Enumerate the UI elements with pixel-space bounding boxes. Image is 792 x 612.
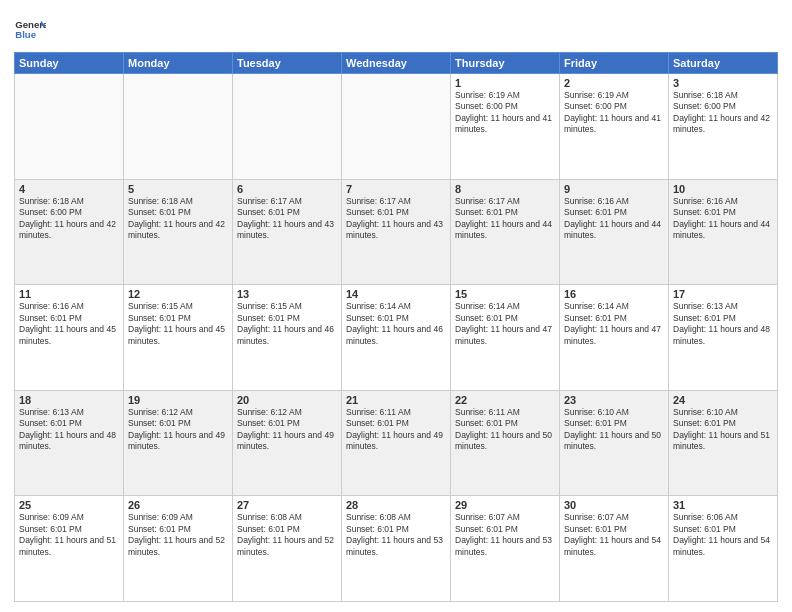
day-number: 17 [673,288,773,300]
day-number: 13 [237,288,337,300]
day-number: 21 [346,394,446,406]
day-info: Sunrise: 6:14 AMSunset: 6:01 PMDaylight:… [455,301,555,347]
day-info: Sunrise: 6:18 AMSunset: 6:00 PMDaylight:… [19,196,119,242]
calendar-cell: 4Sunrise: 6:18 AMSunset: 6:00 PMDaylight… [15,179,124,285]
day-info: Sunrise: 6:10 AMSunset: 6:01 PMDaylight:… [673,407,773,453]
calendar-cell: 18Sunrise: 6:13 AMSunset: 6:01 PMDayligh… [15,390,124,496]
day-number: 9 [564,183,664,195]
day-number: 28 [346,499,446,511]
day-info: Sunrise: 6:09 AMSunset: 6:01 PMDaylight:… [19,512,119,558]
calendar-cell: 21Sunrise: 6:11 AMSunset: 6:01 PMDayligh… [342,390,451,496]
calendar-row: 25Sunrise: 6:09 AMSunset: 6:01 PMDayligh… [15,496,778,602]
calendar-cell: 27Sunrise: 6:08 AMSunset: 6:01 PMDayligh… [233,496,342,602]
day-number: 26 [128,499,228,511]
calendar-cell: 22Sunrise: 6:11 AMSunset: 6:01 PMDayligh… [451,390,560,496]
calendar-cell: 5Sunrise: 6:18 AMSunset: 6:01 PMDaylight… [124,179,233,285]
calendar-header-row: SundayMondayTuesdayWednesdayThursdayFrid… [15,53,778,74]
logo-icon: General Blue [14,14,46,46]
day-info: Sunrise: 6:08 AMSunset: 6:01 PMDaylight:… [346,512,446,558]
day-number: 2 [564,77,664,89]
day-number: 15 [455,288,555,300]
day-number: 3 [673,77,773,89]
calendar-row: 18Sunrise: 6:13 AMSunset: 6:01 PMDayligh… [15,390,778,496]
calendar-cell: 26Sunrise: 6:09 AMSunset: 6:01 PMDayligh… [124,496,233,602]
calendar-cell: 14Sunrise: 6:14 AMSunset: 6:01 PMDayligh… [342,285,451,391]
calendar-cell: 29Sunrise: 6:07 AMSunset: 6:01 PMDayligh… [451,496,560,602]
calendar-cell: 2Sunrise: 6:19 AMSunset: 6:00 PMDaylight… [560,74,669,180]
calendar-cell: 30Sunrise: 6:07 AMSunset: 6:01 PMDayligh… [560,496,669,602]
day-info: Sunrise: 6:14 AMSunset: 6:01 PMDaylight:… [346,301,446,347]
weekday-header: Thursday [451,53,560,74]
day-number: 4 [19,183,119,195]
calendar-cell [15,74,124,180]
calendar-cell: 8Sunrise: 6:17 AMSunset: 6:01 PMDaylight… [451,179,560,285]
weekday-header: Sunday [15,53,124,74]
calendar-cell: 19Sunrise: 6:12 AMSunset: 6:01 PMDayligh… [124,390,233,496]
calendar-row: 11Sunrise: 6:16 AMSunset: 6:01 PMDayligh… [15,285,778,391]
day-info: Sunrise: 6:16 AMSunset: 6:01 PMDaylight:… [564,196,664,242]
calendar-cell: 23Sunrise: 6:10 AMSunset: 6:01 PMDayligh… [560,390,669,496]
day-info: Sunrise: 6:18 AMSunset: 6:00 PMDaylight:… [673,90,773,136]
calendar-cell: 28Sunrise: 6:08 AMSunset: 6:01 PMDayligh… [342,496,451,602]
day-info: Sunrise: 6:08 AMSunset: 6:01 PMDaylight:… [237,512,337,558]
calendar-row: 1Sunrise: 6:19 AMSunset: 6:00 PMDaylight… [15,74,778,180]
calendar-cell: 12Sunrise: 6:15 AMSunset: 6:01 PMDayligh… [124,285,233,391]
day-number: 14 [346,288,446,300]
day-number: 8 [455,183,555,195]
day-info: Sunrise: 6:14 AMSunset: 6:01 PMDaylight:… [564,301,664,347]
day-number: 18 [19,394,119,406]
day-info: Sunrise: 6:13 AMSunset: 6:01 PMDaylight:… [673,301,773,347]
day-number: 24 [673,394,773,406]
calendar-cell [342,74,451,180]
day-number: 22 [455,394,555,406]
day-number: 31 [673,499,773,511]
day-info: Sunrise: 6:07 AMSunset: 6:01 PMDaylight:… [455,512,555,558]
day-number: 29 [455,499,555,511]
calendar-cell: 3Sunrise: 6:18 AMSunset: 6:00 PMDaylight… [669,74,778,180]
day-number: 27 [237,499,337,511]
calendar-cell: 1Sunrise: 6:19 AMSunset: 6:00 PMDaylight… [451,74,560,180]
day-number: 12 [128,288,228,300]
day-info: Sunrise: 6:12 AMSunset: 6:01 PMDaylight:… [128,407,228,453]
day-info: Sunrise: 6:09 AMSunset: 6:01 PMDaylight:… [128,512,228,558]
day-info: Sunrise: 6:10 AMSunset: 6:01 PMDaylight:… [564,407,664,453]
weekday-header: Tuesday [233,53,342,74]
day-number: 20 [237,394,337,406]
logo: General Blue [14,14,50,46]
calendar-cell: 17Sunrise: 6:13 AMSunset: 6:01 PMDayligh… [669,285,778,391]
calendar-cell: 9Sunrise: 6:16 AMSunset: 6:01 PMDaylight… [560,179,669,285]
weekday-header: Monday [124,53,233,74]
day-info: Sunrise: 6:11 AMSunset: 6:01 PMDaylight:… [455,407,555,453]
page: General Blue SundayMondayTuesdayWednesda… [0,0,792,612]
day-number: 7 [346,183,446,195]
day-number: 30 [564,499,664,511]
calendar-cell: 16Sunrise: 6:14 AMSunset: 6:01 PMDayligh… [560,285,669,391]
day-info: Sunrise: 6:13 AMSunset: 6:01 PMDaylight:… [19,407,119,453]
calendar-cell: 13Sunrise: 6:15 AMSunset: 6:01 PMDayligh… [233,285,342,391]
header: General Blue [14,10,778,46]
calendar-cell: 6Sunrise: 6:17 AMSunset: 6:01 PMDaylight… [233,179,342,285]
calendar-cell: 25Sunrise: 6:09 AMSunset: 6:01 PMDayligh… [15,496,124,602]
day-info: Sunrise: 6:15 AMSunset: 6:01 PMDaylight:… [128,301,228,347]
day-info: Sunrise: 6:17 AMSunset: 6:01 PMDaylight:… [455,196,555,242]
day-info: Sunrise: 6:17 AMSunset: 6:01 PMDaylight:… [237,196,337,242]
weekday-header: Saturday [669,53,778,74]
day-info: Sunrise: 6:11 AMSunset: 6:01 PMDaylight:… [346,407,446,453]
day-number: 25 [19,499,119,511]
calendar-cell: 20Sunrise: 6:12 AMSunset: 6:01 PMDayligh… [233,390,342,496]
calendar-row: 4Sunrise: 6:18 AMSunset: 6:00 PMDaylight… [15,179,778,285]
day-info: Sunrise: 6:12 AMSunset: 6:01 PMDaylight:… [237,407,337,453]
day-number: 10 [673,183,773,195]
day-number: 1 [455,77,555,89]
day-number: 19 [128,394,228,406]
svg-text:Blue: Blue [15,29,36,40]
day-info: Sunrise: 6:16 AMSunset: 6:01 PMDaylight:… [19,301,119,347]
day-info: Sunrise: 6:19 AMSunset: 6:00 PMDaylight:… [564,90,664,136]
calendar-table: SundayMondayTuesdayWednesdayThursdayFrid… [14,52,778,602]
day-info: Sunrise: 6:07 AMSunset: 6:01 PMDaylight:… [564,512,664,558]
day-info: Sunrise: 6:17 AMSunset: 6:01 PMDaylight:… [346,196,446,242]
calendar-cell [124,74,233,180]
day-number: 11 [19,288,119,300]
calendar-cell: 11Sunrise: 6:16 AMSunset: 6:01 PMDayligh… [15,285,124,391]
day-info: Sunrise: 6:15 AMSunset: 6:01 PMDaylight:… [237,301,337,347]
